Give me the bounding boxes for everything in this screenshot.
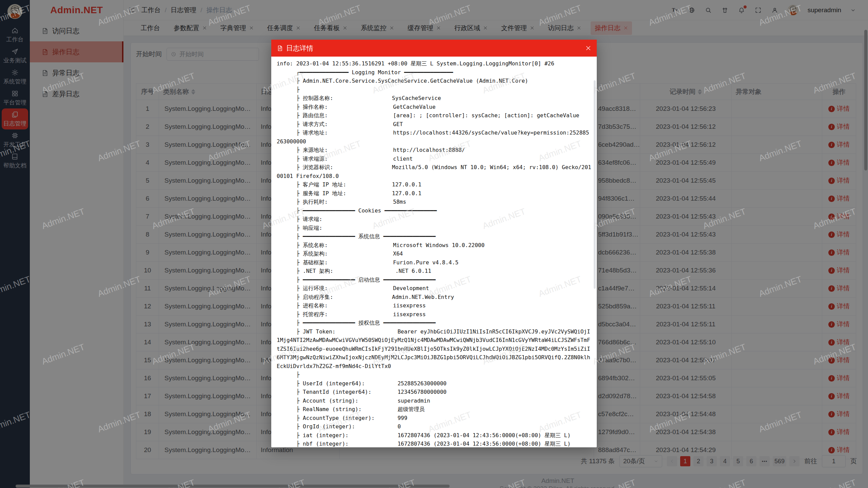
close-icon[interactable] <box>585 45 591 51</box>
dialog-body: info: 2023-01-04 12:55:36.1516291 +08:00… <box>271 57 597 447</box>
dialog-scrollbar[interactable] <box>594 80 596 289</box>
dialog-title: 日志详情 <box>286 44 313 53</box>
document-icon <box>277 45 283 52</box>
dialog-header: 日志详情 <box>271 40 597 57</box>
log-text: info: 2023-01-04 12:55:36.1516291 +08:00… <box>277 59 591 447</box>
log-detail-dialog: 日志详情 info: 2023-01-04 12:55:36.1516291 +… <box>271 40 597 447</box>
